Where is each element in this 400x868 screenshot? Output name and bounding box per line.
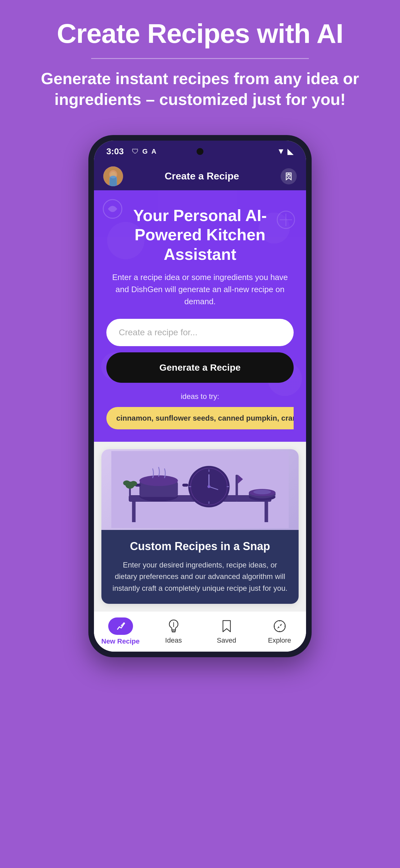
- search-input-container[interactable]: Create a recipe for...: [106, 319, 294, 346]
- explore-icon-wrap: [269, 618, 291, 634]
- card-description: Enter your desired ingredients, recipe i…: [111, 559, 289, 594]
- svg-rect-34: [172, 631, 175, 632]
- nav-label-new-recipe: New Recipe: [101, 637, 140, 645]
- signal-icon: ◣: [288, 147, 294, 156]
- svg-point-32: [123, 622, 125, 624]
- nav-item-new-recipe[interactable]: New Recipe: [94, 617, 147, 645]
- card-title: Custom Recipes in a Snap: [111, 540, 289, 553]
- phone-outer: 3:03 🛡 G A ▼ ◣: [88, 135, 312, 657]
- svg-rect-8: [132, 501, 135, 522]
- camera-dot: [197, 148, 203, 155]
- main-heading: Your Personal AI-Powered Kitchen Assista…: [106, 206, 294, 264]
- card-section: Custom Recipes in a Snap Enter your desi…: [94, 442, 306, 611]
- nav-label-ideas: Ideas: [165, 637, 182, 645]
- phone-inner: 3:03 🛡 G A ▼ ◣: [94, 141, 306, 652]
- wifi-icon: ▼: [277, 147, 285, 156]
- status-time: 3:03: [106, 147, 124, 156]
- status-right: ▼ ◣: [277, 147, 294, 156]
- nav-label-explore: Explore: [268, 637, 291, 645]
- shield-icon: 🛡: [132, 148, 139, 156]
- hero-title: Create Recipes with AI: [19, 19, 381, 49]
- card-body: Custom Recipes in a Snap Enter your desi…: [101, 530, 299, 604]
- svg-rect-24: [235, 475, 238, 501]
- google-icon: G: [142, 148, 147, 156]
- main-description: Enter a recipe idea or some ingredients …: [106, 271, 294, 308]
- idea-chip-1-text: cinnamon, sunflower seeds, canned pumpki…: [116, 414, 294, 422]
- new-recipe-icon-wrap: [108, 617, 133, 635]
- ideas-icon-wrap: [163, 618, 185, 634]
- avatar[interactable]: [103, 166, 123, 186]
- svg-rect-14: [182, 484, 188, 487]
- a-icon: A: [151, 148, 156, 156]
- svg-point-27: [253, 490, 271, 494]
- nav-item-explore[interactable]: Explore: [253, 618, 306, 645]
- hero-divider: [91, 58, 309, 59]
- ideas-label: ideas to try:: [106, 392, 294, 401]
- generate-recipe-button[interactable]: Generate a Recipe: [106, 352, 294, 383]
- main-content: Your Personal AI-Powered Kitchen Assista…: [94, 190, 306, 442]
- svg-point-31: [130, 481, 137, 486]
- hero-subtitle: Generate instant recipes from any idea o…: [19, 68, 381, 110]
- svg-point-37: [279, 625, 280, 627]
- search-placeholder: Create a recipe for...: [119, 328, 198, 337]
- recipe-card[interactable]: Custom Recipes in a Snap Enter your desi…: [101, 449, 299, 604]
- nav-item-saved[interactable]: Saved: [200, 618, 253, 645]
- header-title: Create a Recipe: [165, 170, 239, 182]
- idea-chip-1[interactable]: cinnamon, sunflower seeds, canned pumpki…: [106, 407, 294, 429]
- nav-label-saved: Saved: [217, 637, 236, 645]
- nav-item-ideas[interactable]: Ideas: [147, 618, 200, 645]
- svg-rect-9: [265, 501, 268, 522]
- ideas-chips: cinnamon, sunflower seeds, canned pumpki…: [106, 407, 294, 429]
- phone-wrapper: 3:03 🛡 G A ▼ ◣: [88, 135, 312, 657]
- saved-icon-wrap: [216, 618, 237, 634]
- svg-point-19: [207, 485, 210, 488]
- svg-point-12: [139, 475, 178, 486]
- bottom-nav: New Recipe Ideas: [94, 611, 306, 652]
- app-header: Create a Recipe: [94, 162, 306, 190]
- hero-section: Create Recipes with AI Generate instant …: [0, 0, 400, 123]
- generate-btn-label: Generate a Recipe: [159, 362, 241, 373]
- status-icons-left: 🛡 G A: [132, 148, 156, 156]
- status-bar: 3:03 🛡 G A ▼ ◣: [94, 141, 306, 162]
- bookmark-header-btn[interactable]: [280, 168, 297, 184]
- svg-point-30: [123, 480, 130, 486]
- card-image: [101, 449, 299, 530]
